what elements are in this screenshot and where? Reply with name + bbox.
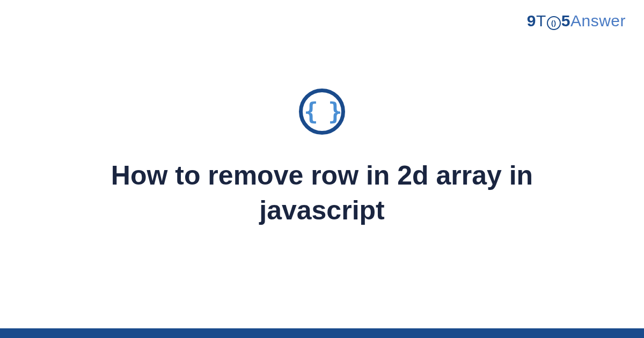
- main-content: { } How to remove row in 2d array in jav…: [0, 0, 644, 338]
- braces-glyph: { }: [304, 100, 340, 123]
- category-braces-icon: { }: [299, 89, 345, 135]
- bottom-accent-bar: [0, 328, 644, 338]
- page-title: How to remove row in 2d array in javascr…: [54, 158, 590, 228]
